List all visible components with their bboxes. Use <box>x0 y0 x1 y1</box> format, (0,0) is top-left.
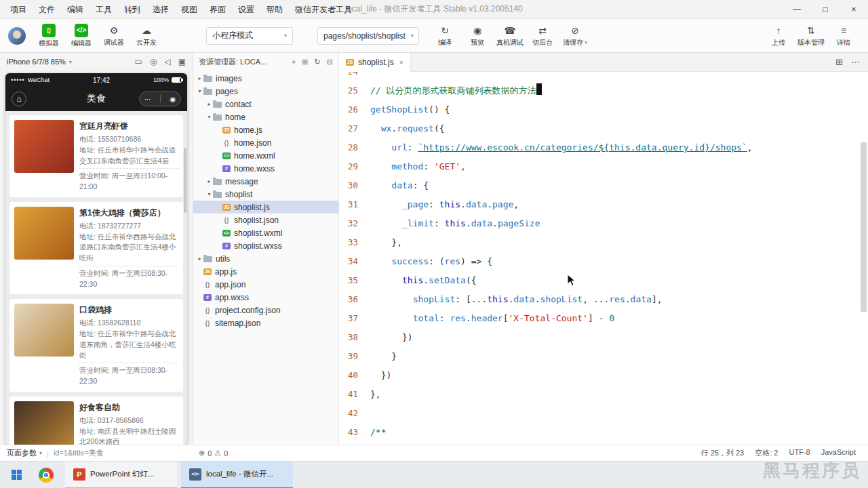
shop-card[interactable]: 第1佳大鸡排（蕾莎店）电话: 18732727277地址: 任丘市裕华西路与会战… <box>9 202 183 295</box>
code-line[interactable]: 42 <box>339 404 868 423</box>
menu-item[interactable]: 视图 <box>175 0 203 19</box>
chrome-taskbar-button[interactable] <box>31 462 61 488</box>
debugger-button[interactable]: ⚙调试器 <box>98 24 130 47</box>
problems-indicator[interactable]: ⊗ 0 ⚠ 0 <box>193 449 233 458</box>
phone-frame-icon[interactable]: ▭ <box>135 57 142 66</box>
window-close-button[interactable]: × <box>840 0 868 19</box>
refresh-icon[interactable]: ↻ <box>315 58 321 66</box>
menu-item[interactable]: 工具 <box>90 0 118 19</box>
code-line[interactable]: 39 } <box>339 347 868 366</box>
tree-item-shoplist[interactable]: ▾shoplist <box>193 188 338 201</box>
clear-cache-button[interactable]: ⊘清缓存▾ <box>559 24 591 47</box>
tree-item-shoplist.js[interactable]: JSshoplist.js <box>193 201 338 214</box>
tree-item-pages[interactable]: ▾pages <box>193 85 338 98</box>
tree-item-message[interactable]: ▸message <box>193 175 338 188</box>
tree-item-sitemap.json[interactable]: {}sitemap.json <box>193 317 338 329</box>
code-line[interactable]: 32 _limit: this.data.pageSize <box>339 214 868 233</box>
start-button[interactable] <box>1 462 31 488</box>
page-param-button[interactable]: 页面参数 ▾ <box>7 448 42 458</box>
shop-card[interactable]: 宜廷月亮虾饼电话: 15530710686地址: 任丘市裕华中路与会战道交叉口东… <box>9 115 183 197</box>
code-line[interactable]: 33 }, <box>339 233 868 252</box>
details-button[interactable]: ≡详情 <box>827 24 860 47</box>
sound-icon[interactable]: ◁ <box>164 57 170 66</box>
tree-item-home.js[interactable]: JShome.js <box>193 123 338 136</box>
close-icon[interactable]: × <box>399 59 403 66</box>
menu-item[interactable]: 帮助 <box>260 0 289 19</box>
code-line[interactable]: 27 wx.request({ <box>339 119 868 138</box>
avatar[interactable] <box>8 27 26 45</box>
cursor-position[interactable]: 行 25，列 23 <box>701 448 745 458</box>
menu-item[interactable]: 编辑 <box>61 0 90 19</box>
language-mode[interactable]: JavaScript <box>821 448 856 458</box>
tree-item-home.wxss[interactable]: #home.wxss <box>193 162 338 175</box>
editor-button[interactable]: </>编辑器 <box>65 24 98 48</box>
code-line[interactable]: 38 }) <box>339 328 868 347</box>
code-line[interactable]: 37 total: res.header['X-Total-Count'] - … <box>339 309 868 328</box>
code-line[interactable]: 24 <box>339 72 868 81</box>
menu-item[interactable]: 微信开发者工具 <box>289 0 358 19</box>
menu-item[interactable]: 设置 <box>232 0 260 19</box>
code-line[interactable]: 40 }) <box>339 366 868 385</box>
code-line[interactable]: 26getShopList() { <box>339 100 868 119</box>
version-button[interactable]: ⇅版本管理 <box>795 24 827 47</box>
more-icon[interactable]: ⋯ <box>144 96 151 103</box>
phone-scrollbar[interactable] <box>184 148 186 213</box>
shop-card[interactable]: 口袋鸡排电话: 13582628110地址: 任丘市裕华中路与会战北道东南角，蕾… <box>9 299 183 392</box>
collapse-icon[interactable]: ⊟ <box>327 58 333 66</box>
mode-select[interactable]: 小程序模式 ▾ <box>206 27 293 45</box>
tree-item-shoplist.wxml[interactable]: <>shoplist.wxml <box>193 226 338 239</box>
background-button[interactable]: ⇄切后台 <box>526 24 559 47</box>
compile-button[interactable]: ↻编译 <box>429 24 461 47</box>
tree-item-app.wxss[interactable]: #app.wxss <box>193 291 338 304</box>
page-path-select[interactable]: pages/shoplist/shoplist ▾ <box>317 27 419 45</box>
code-line[interactable]: 41}, <box>339 385 868 404</box>
menu-item[interactable]: 文件 <box>33 0 61 19</box>
menu-item[interactable]: 项目 <box>4 0 33 19</box>
window-maximize-button[interactable]: □ <box>811 0 840 19</box>
code-line[interactable]: 30 data: { <box>339 176 868 195</box>
tree-item-contact[interactable]: ▸contact <box>193 98 338 110</box>
tree-item-app.json[interactable]: {}app.json <box>193 278 338 291</box>
new-file-icon[interactable]: + <box>292 58 296 66</box>
simulator-button[interactable]: ▯模拟器 <box>33 24 65 48</box>
tree-item-images[interactable]: ▸images <box>193 72 338 85</box>
tree-item-home[interactable]: ▾home <box>193 110 338 123</box>
taskbar-item[interactable]: </>local_life - 微信开... <box>181 462 293 488</box>
tree-item-home.wxml[interactable]: <>home.wxml <box>193 149 338 162</box>
code-line[interactable]: 36 shopList: [...this.data.shopList, ...… <box>339 290 868 309</box>
tree-item-shoplist.json[interactable]: {}shoplist.json <box>193 214 338 226</box>
shop-card[interactable]: 好食客自助电话: 0317-8565866地址: 南庆县光明中路烈士陵园北200… <box>9 396 183 445</box>
menu-item[interactable]: 转到 <box>118 0 146 19</box>
menu-item[interactable]: 界面 <box>203 0 232 19</box>
window-minimize-button[interactable]: — <box>783 0 811 19</box>
code-line[interactable]: 31 _page: this.data.page, <box>339 195 868 214</box>
more-actions-icon[interactable]: ⋯ <box>851 57 860 67</box>
tree-item-project.config.json[interactable]: {}project.config.json <box>193 304 338 317</box>
record-icon[interactable]: ◎ <box>150 57 157 66</box>
indentation[interactable]: 空格: 2 <box>755 448 778 458</box>
preview-button[interactable]: ◉预览 <box>461 24 494 47</box>
editor-scrollbar[interactable] <box>861 142 867 312</box>
split-editor-icon[interactable]: ⊞ <box>835 57 843 67</box>
tree-item-shoplist.wxss[interactable]: #shoplist.wxss <box>193 239 338 252</box>
tree-item-utils[interactable]: ▸utils <box>193 252 338 265</box>
menu-item[interactable]: 选择 <box>146 0 175 19</box>
tab-shoplist-js[interactable]: JS shoplist.js × <box>339 53 411 72</box>
code-line[interactable]: 44 * 生命周期函数--监听页面初次渲染完成 <box>339 442 868 445</box>
code-area[interactable]: 2425// 以分页的形式获取商铺列表数据的方法 26getShopList()… <box>339 72 868 445</box>
home-button[interactable]: ⌂ <box>12 92 26 106</box>
code-line[interactable]: 29 method: 'GET', <box>339 157 868 176</box>
capsule-menu[interactable]: ⋯ ◉ <box>139 92 181 106</box>
code-line[interactable]: 28 url: `https://www.escook.cn/categorie… <box>339 138 868 157</box>
tree-item-home.json[interactable]: {}home.json <box>193 136 338 149</box>
cloud-button[interactable]: ☁云开发 <box>130 24 163 47</box>
code-line[interactable]: 35 this.setData({ <box>339 271 868 290</box>
new-folder-icon[interactable]: ⊞ <box>302 58 308 66</box>
screenshot-icon[interactable]: ▣ <box>178 57 186 66</box>
code-line[interactable]: 25// 以分页的形式获取商铺列表数据的方法 <box>339 81 868 100</box>
code-line[interactable]: 43/** <box>339 423 868 442</box>
encoding[interactable]: UTF-8 <box>789 448 810 458</box>
device-select[interactable]: iPhone 6/7/8 85% ▾ <box>7 58 72 66</box>
exit-icon[interactable]: ◉ <box>170 96 176 103</box>
taskbar-item[interactable]: PPowerPoint 幻灯... <box>65 462 177 488</box>
